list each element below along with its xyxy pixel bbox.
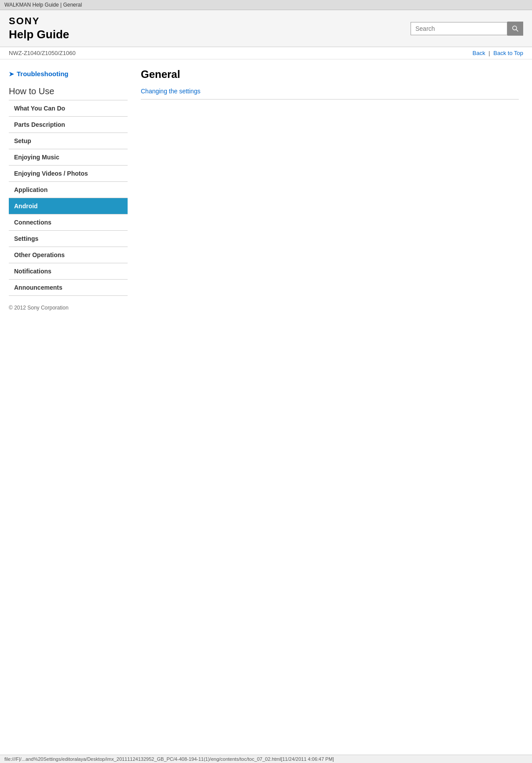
sidebar-item-what-you-can-do[interactable]: What You Can Do: [9, 100, 128, 116]
main-container: ➤ Troubleshooting How to Use What You Ca…: [0, 59, 532, 320]
troubleshooting-label: Troubleshooting: [17, 70, 69, 77]
how-to-use-heading: How to Use: [9, 86, 128, 96]
browser-title-bar: WALKMAN Help Guide | General: [0, 0, 532, 10]
sidebar-item-settings[interactable]: Settings: [9, 230, 128, 247]
sidebar-nav: What You Can DoParts DescriptionSetupEnj…: [9, 100, 128, 296]
nav-links: Back | Back to Top: [473, 50, 523, 56]
changing-settings-link[interactable]: Changing the settings: [141, 88, 200, 95]
browser-title-text: WALKMAN Help Guide | General: [4, 2, 82, 8]
nav-bar: NWZ-Z1040/Z1050/Z1060 Back | Back to Top: [0, 47, 532, 59]
sidebar-item-android[interactable]: Android: [9, 198, 128, 214]
back-to-top-link[interactable]: Back to Top: [493, 50, 523, 56]
sidebar-item-enjoying-videos--photos[interactable]: Enjoying Videos / Photos: [9, 165, 128, 181]
sidebar-item-application[interactable]: Application: [9, 181, 128, 198]
help-guide-title: Help Guide: [9, 28, 69, 41]
back-link[interactable]: Back: [473, 50, 485, 56]
content-title: General: [141, 68, 519, 81]
sidebar-item-notifications[interactable]: Notifications: [9, 263, 128, 279]
model-number: NWZ-Z1040/Z1050/Z1060: [9, 50, 76, 56]
content-area: General Changing the settings: [136, 68, 523, 311]
sidebar-item-setup[interactable]: Setup: [9, 133, 128, 149]
content-divider: [141, 99, 519, 100]
page-header: SONY Help Guide: [0, 10, 532, 47]
chevron-right-icon: ➤: [9, 70, 14, 77]
svg-line-1: [516, 29, 518, 31]
sidebar-item-connections[interactable]: Connections: [9, 214, 128, 230]
sidebar-item-other-operations[interactable]: Other Operations: [9, 247, 128, 263]
search-icon: [512, 25, 519, 32]
search-input[interactable]: [411, 22, 507, 35]
sony-logo: SONY: [9, 15, 69, 27]
sidebar-footer: © 2012 Sony Corporation: [9, 305, 128, 311]
header-left: SONY Help Guide: [9, 15, 69, 41]
sidebar-item-enjoying-music[interactable]: Enjoying Music: [9, 149, 128, 165]
sidebar-item-parts-description[interactable]: Parts Description: [9, 116, 128, 133]
sidebar-item-announcements[interactable]: Announcements: [9, 279, 128, 296]
nav-separator: |: [488, 50, 490, 56]
search-area: [411, 22, 523, 36]
sidebar: ➤ Troubleshooting How to Use What You Ca…: [9, 68, 128, 311]
search-button[interactable]: [507, 22, 523, 36]
troubleshooting-link[interactable]: ➤ Troubleshooting: [9, 68, 128, 79]
